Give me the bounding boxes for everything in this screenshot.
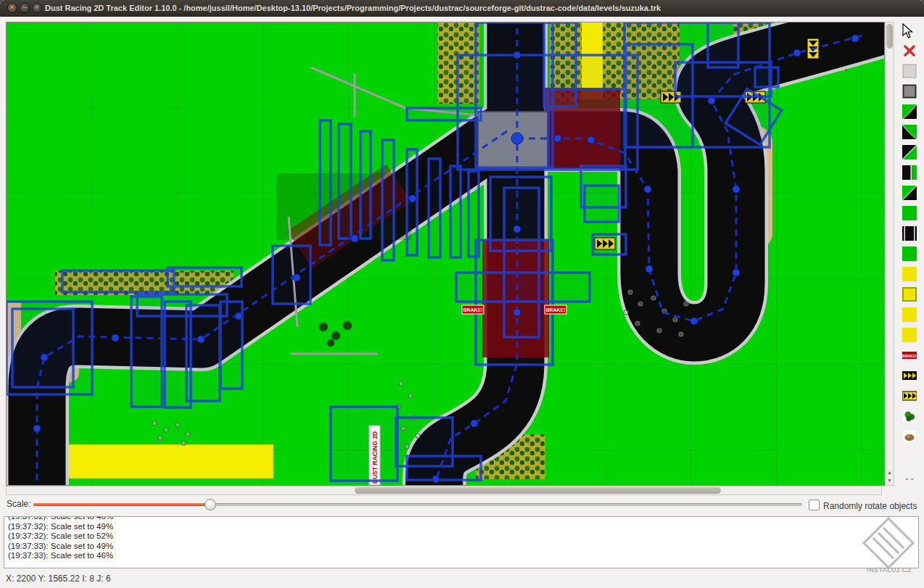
log-line: (19:37:32): Scale set to 49% [8,522,918,532]
slider-handle[interactable] [205,499,216,510]
status-bar: X: 2200 Y: 1565.22 I: 8 J: 6 [0,570,924,588]
slider-fill [33,503,210,506]
log-panel[interactable]: (19:37:32): Scale set to 46%(19:37:32): … [4,516,919,568]
palette-item-sand-tile-2[interactable] [902,287,917,302]
palette-item-grass-tile-2[interactable] [902,247,917,261]
palette-item-finish-line-object-1[interactable] [902,368,917,383]
palette-item-blank-tile-light[interactable] [902,64,917,78]
palette-item-corner-tile-1[interactable] [902,104,917,119]
log-line: (19:37:32): Scale set to 46% [8,516,918,522]
log-line: (19:37:33): Scale set to 46% [8,551,918,561]
palette-item-straight-tile-2[interactable] [902,226,917,241]
palette-item-tree-object[interactable] [902,409,917,423]
palette-item-clear-tile[interactable] [902,44,917,58]
log-line: (19:37:33): Scale set to 49% [8,542,918,552]
palette-item-grass-tile-1[interactable] [902,206,917,220]
log-lines: (19:37:32): Scale set to 46%(19:37:32): … [4,516,918,561]
palette-item-sand-tile-3[interactable] [902,307,917,322]
palette-item-diagonal-tile-2[interactable] [902,186,917,200]
svg-text:BRAKE!: BRAKE! [463,307,482,312]
rotate-checkbox[interactable] [809,500,820,510]
palette-item-blank-tile-dark[interactable] [902,84,917,99]
log-line: (19:37:32): Scale set to 52% [8,531,918,542]
scale-slider[interactable] [33,496,802,513]
tile-palette: BRAKE! [898,44,921,450]
palette-item-sandpile-object[interactable] [902,429,917,444]
brake-sign[interactable]: BRAKE! [462,305,484,314]
cursor-coordinates: X: 2200 Y: 1565.22 I: 8 J: 6 [6,573,111,584]
palette-item-straight-tile-1[interactable] [902,165,917,180]
vertical-scrollbar[interactable]: ▲ ▼ [885,22,894,486]
mouse-cursor-icon [902,23,913,42]
palette-item-sand-tile-4[interactable] [902,328,917,342]
track-scene: DUST RACING 2D [7,22,884,485]
horizontal-scrollbar[interactable] [6,486,882,495]
scale-label: Scale: [7,499,30,509]
horizontal-scrollbar-thumb[interactable] [355,487,721,494]
vertical-scrollbar-thumb[interactable] [886,24,893,49]
scroll-down-icon[interactable]: ▼ [886,477,894,484]
maximize-button[interactable]: + [32,3,42,13]
palette-item-finish-line-object-2[interactable] [902,389,917,403]
palette-item-corner-tile-2[interactable] [902,125,917,139]
palette-item-diagonal-tile-1[interactable] [902,145,917,160]
palette-scroll-down[interactable]: ⌄⌄ [902,476,917,487]
randomly-rotate-control[interactable]: Randomly rotate objects [809,499,924,512]
palette-item-sand-tile-1[interactable] [902,267,917,281]
scale-row: Scale: Randomly rotate objects [0,496,924,513]
window-title: Dust Racing 2D Track Editor 1.10.0 - /ho… [45,0,661,16]
svg-text:BRAKE!: BRAKE! [545,307,565,312]
svg-text:BRAKE!: BRAKE! [902,354,917,358]
close-button[interactable]: × [7,3,17,13]
rotate-checkbox-label: Randomly rotate objects [823,501,917,511]
minimize-button[interactable]: – [20,3,30,13]
scroll-up-icon[interactable]: ▲ [886,469,894,476]
track-canvas[interactable]: DUST RACING 2D [6,22,885,486]
titlebar[interactable]: × – + Dust Racing 2D Track Editor 1.10.0… [0,0,924,17]
palette-item-brake-sign-object[interactable]: BRAKE! [902,348,917,363]
app-window: × – + Dust Racing 2D Track Editor 1.10.0… [0,0,924,588]
brake-sign[interactable]: BRAKE! [545,305,566,314]
